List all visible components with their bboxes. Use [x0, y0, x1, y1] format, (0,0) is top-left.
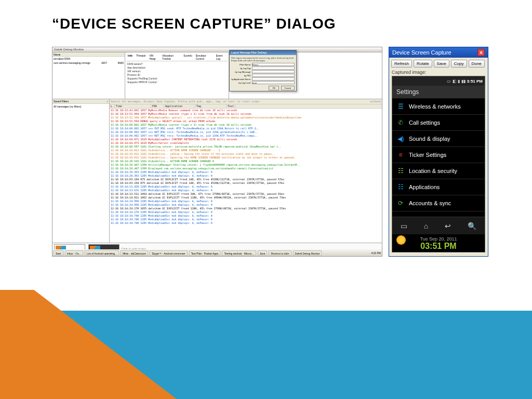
log-row[interactable]: 11-16 18:13:52.344 1057 MediaUploadSvc q…: [110, 116, 382, 119]
android-navbar: ▭ ⌂ ↩ 🔍: [392, 217, 485, 234]
settings-item[interactable]: ☷Location & security: [392, 163, 485, 179]
log-row[interactable]: 11-16 18:14:04.973 1619 MyMusicServer sc…: [110, 141, 382, 145]
log-row[interactable]: 11-16 18:14:00.982 1057 >>> RET_MSG recv…: [110, 134, 382, 138]
filter-field-input[interactable]: [252, 81, 295, 84]
settings-item[interactable]: ◀)Sound & display: [392, 131, 485, 147]
info-tab[interactable]: Info: [127, 54, 134, 60]
taskbar-item[interactable]: Java: [258, 250, 268, 256]
log-row[interactable]: 11-16 18:14:24.170 1285 MediaUploadSvc m…: [110, 210, 382, 214]
dsc-copy-button[interactable]: Copy: [451, 60, 467, 68]
log-row[interactable]: 11-16 18:13:52.594 DEBUG query = SELECT …: [110, 119, 382, 123]
filter-field-input[interactable]: [252, 74, 295, 77]
log-row[interactable]: 11-16 18:13:43.602 1057 MyMusicMedia Rem…: [110, 109, 382, 112]
filter-field-input[interactable]: [252, 66, 295, 70]
settings-item[interactable]: ⟳Accounts & sync: [392, 195, 485, 211]
settings-item[interactable]: ✆Call settings: [392, 115, 485, 131]
taskbar-item[interactable]: List of Android operating...: [85, 250, 119, 256]
process-row[interactable]: com.verizon.messaging.vzmsgs10078600: [52, 61, 125, 65]
taskbar-item[interactable]: Inbox - Ou...: [65, 250, 84, 256]
log-column-header[interactable]: Tag: [195, 104, 227, 108]
log-row[interactable]: 11-16 18:14:19.011 1161 VideoActivi.. Ig…: [110, 156, 382, 159]
info-tab[interactable]: Sysinfo: [182, 54, 193, 60]
log-row[interactable]: 11-16 18:14:16.812 1161 VideoActivi.. AC…: [110, 149, 382, 152]
taskbar-item[interactable]: Mitre - daClassroom: [121, 250, 148, 256]
close-icon[interactable]: ×: [477, 49, 485, 56]
filter-field-input[interactable]: [252, 70, 295, 73]
log-column-header[interactable]: PID: [151, 104, 164, 108]
dsc-done-button[interactable]: Done: [469, 60, 485, 68]
filter-field-label: by Log Level:: [231, 82, 252, 84]
captured-image-label: Captured image:: [389, 70, 488, 75]
saved-filters-label: Saved Filters: [54, 100, 69, 103]
info-tab[interactable]: Event Log: [215, 54, 227, 60]
status-time: 3:51 PM: [467, 79, 483, 84]
log-row[interactable]: 11-16 18:14:03.194 875 dalvikvm GC EXPLI…: [110, 178, 382, 181]
log-row[interactable]: 11-16 18:14:00.881 1057 >>> PUT_MSG send…: [110, 127, 382, 130]
log-row[interactable]: 11-16 18:14:13.428 1285 MediaUploadSvc m…: [110, 185, 382, 189]
filter-all-messages[interactable]: All messages (no filters): [52, 104, 109, 109]
taskbar-item[interactable]: Test Plan - Pocket Apps: [189, 250, 221, 256]
filter-desc: Filter logcat messages by the source's t…: [231, 57, 295, 62]
log-search-input[interactable]: Search for messages. Accepts Java regexe…: [111, 100, 261, 103]
settings-item[interactable]: ☰Wireless & networks: [392, 99, 485, 115]
log-row[interactable]: 11-16 18:14:13.631 1285 MediaUploadSvc m…: [110, 189, 382, 192]
logcat-panel: Search for messages. Accepts Java regexe…: [110, 99, 382, 243]
clock-date: Tue Sep 20, 2011: [392, 236, 485, 242]
info-tab[interactable]: Allocation Tracker: [161, 54, 181, 60]
info-tab[interactable]: Threads: [135, 54, 147, 60]
device-row[interactable]: emulator-5554: [52, 57, 125, 61]
log-row[interactable]: 11-16 18:14:13.511 1004 dalvikvm GC EXPL…: [110, 192, 382, 196]
log-row[interactable]: 11-16 18:13:52.094 1057 MyMusicMedia con…: [110, 112, 382, 116]
search-icon[interactable]: 🔍: [468, 222, 476, 230]
add-filter-icon[interactable]: +: [107, 100, 108, 103]
log-row[interactable]: 11-16 18:14:19.011 1161 VideoActivi.. on…: [110, 152, 382, 156]
filter-dialog-title: Logcat Message Filter Settings: [230, 50, 296, 55]
dsc-save-button[interactable]: Save: [434, 60, 449, 68]
log-column-header[interactable]: Time: [115, 104, 151, 108]
taskbar-item[interactable]: Shortcut to ddm: [269, 250, 291, 256]
log-row[interactable]: 11-16 18:14:24.998 1285 MediaUploadSvc m…: [110, 203, 382, 207]
info-tab[interactable]: Emulator Control: [195, 54, 214, 60]
log-row[interactable]: 11-16 18:14:24.998 1285 MediaUploadSvc m…: [110, 200, 382, 203]
log-row[interactable]: 11-16 18:14:34.740 1285 MediaUploadSvc m…: [110, 218, 382, 221]
settings-item[interactable]: ≡Ticker Settings: [392, 147, 485, 163]
log-row[interactable]: 11-16 18:14:34.740 1285 MediaUploadSvc m…: [110, 214, 382, 218]
taskbar-item[interactable]: Start: [54, 250, 63, 256]
home-icon[interactable]: ⌂: [424, 222, 428, 230]
dsc-rotate-button[interactable]: Rotate: [414, 60, 432, 68]
log-column-header[interactable]: L: [110, 104, 115, 108]
filter-field-input[interactable]: [252, 63, 295, 66]
log-row[interactable]: 11-16 18:14:04.871 1619 MediaUploadSvc C…: [110, 138, 382, 141]
log-row[interactable]: 11-16 18:14:00.982 1057 >>> RET_MSG recv…: [110, 130, 382, 134]
filter-ok-button[interactable]: OK: [269, 86, 279, 90]
info-row: VM version:: [127, 70, 227, 73]
log-row[interactable]: 11-16 18:14:08.597 1161 Starting intent:…: [110, 145, 382, 149]
log-row[interactable]: 11-16 18:14:28.303 1285 MediaUploadSvc m…: [110, 174, 382, 178]
log-row[interactable]: 11-16 18:14:14.811 1062 dalvikvm GC EXPL…: [110, 196, 382, 200]
weather-icon: [396, 235, 406, 245]
devices-panel: Name emulator-5554 com.verizon.messaging…: [52, 52, 125, 99]
taskbar-item[interactable]: Dalvik Debug Monitor: [293, 250, 322, 256]
info-tab[interactable]: VM Heap: [149, 54, 160, 60]
log-row[interactable]: 11-16 18:14:26.447 1399 ActivityManager …: [110, 163, 382, 167]
log-column-header[interactable]: Application: [164, 104, 195, 108]
settings-item[interactable]: ☷Applications: [392, 179, 485, 195]
log-row[interactable]: 11-16 18:14:24.170 1055 dalvikvm GC EXPL…: [110, 207, 382, 210]
log-level-select[interactable]: verbose: [370, 100, 381, 103]
taskbar-item[interactable]: Skype™ - Android vzmsmser: [150, 250, 187, 256]
back-icon[interactable]: ↩: [445, 222, 451, 230]
log-row[interactable]: 11-16 18:14:20.543 1161 VideoActivi.. AC…: [110, 159, 382, 163]
log-row[interactable]: 11-16 18:14:28.303 1285 MediaUploadSvc m…: [110, 170, 382, 174]
taskbar-item[interactable]: Testing android - Micros...: [222, 250, 256, 256]
log-row[interactable]: 11-16 18:14:00.881 1057 MyMusicMedia con…: [110, 123, 382, 127]
filter-cancel-button[interactable]: Cancel: [281, 86, 295, 90]
settings-item-icon: ☷: [396, 183, 405, 191]
android-statusbar: ▭ ◧ ▮ ▮▮ 3:51 PM: [392, 76, 485, 86]
log-row[interactable]: 11-16 18:14:03.194 875 dalvikvm GC EXPLI…: [110, 181, 382, 185]
dsc-refresh-button[interactable]: Refresh: [391, 60, 412, 68]
log-row[interactable]: 11-16 18:14:26.447 1399 Displayed com.ve…: [110, 167, 382, 170]
log-row[interactable]: 11-16 18:14:34.740 1285 MediaUploadSvc m…: [110, 221, 382, 225]
log-column-header[interactable]: Text: [227, 104, 235, 108]
menu-icon[interactable]: ▭: [401, 222, 407, 230]
filter-field-input[interactable]: [252, 77, 295, 81]
